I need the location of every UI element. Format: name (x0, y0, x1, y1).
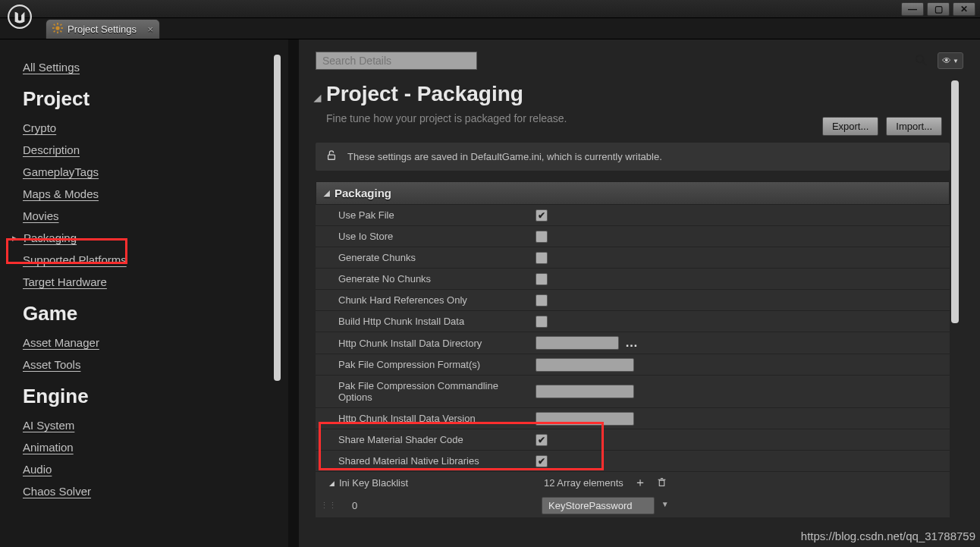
unlock-icon (326, 150, 337, 163)
search-input[interactable] (316, 52, 477, 70)
sidebar-scrollbar[interactable] (274, 55, 281, 381)
tab-close-icon[interactable]: × (147, 24, 153, 35)
property-label: Pak File Compression Commandline Options (316, 376, 529, 407)
section-header-packaging[interactable]: ◢ Packaging (316, 181, 950, 205)
sidebar-item-gameplaytags[interactable]: GameplayTags (23, 161, 99, 183)
watermark-text: https://blog.csdn.net/qq_31788759 (801, 530, 975, 542)
sidebar-item-audio[interactable]: Audio (23, 458, 52, 480)
tab-project-settings[interactable]: Project Settings × (46, 19, 160, 39)
eye-icon: 👁 (942, 55, 951, 66)
property-row: Use Io Store (316, 226, 950, 247)
checkbox[interactable] (536, 273, 548, 285)
text-input[interactable] (536, 336, 619, 350)
browse-button[interactable]: … (625, 335, 639, 351)
sidebar-item-chaos-solver[interactable]: Chaos Solver (23, 480, 91, 502)
svg-line-8 (61, 24, 62, 26)
sidebar-group-project: Project (23, 87, 281, 111)
property-value: ✔ (529, 206, 950, 225)
info-text: These settings are saved in DefaultGame.… (347, 151, 662, 162)
page-title-text: Project - Packaging (326, 82, 523, 105)
property-value (529, 313, 950, 331)
property-row: Generate Chunks (316, 247, 950, 269)
sidebar-item-movies[interactable]: Movies (23, 205, 59, 227)
checkbox[interactable] (536, 316, 548, 328)
text-input[interactable] (536, 385, 634, 398)
sidebar-item-animation[interactable]: Animation (23, 436, 74, 458)
property-label: Chunk Hard References Only (316, 290, 529, 310)
sidebar-item-crypto[interactable]: Crypto (23, 117, 56, 139)
caret-down-icon: ◢ (324, 189, 330, 197)
caret-down-icon: ◢ (329, 479, 335, 487)
collapse-caret-icon[interactable]: ◢ (314, 93, 321, 103)
sidebar: All Settings Project Crypto Description … (0, 39, 288, 547)
property-row: Http Chunk Install Data Directory… (316, 332, 950, 354)
svg-point-1 (55, 26, 59, 30)
svg-rect-13 (659, 480, 664, 486)
property-value (529, 382, 950, 401)
array-count: 12 Array elements (544, 477, 623, 489)
tabbar: Project Settings × (0, 18, 980, 39)
clear-array-icon[interactable] (657, 476, 667, 490)
sidebar-item-description[interactable]: Description (23, 139, 80, 161)
checkbox[interactable]: ✔ (536, 209, 548, 222)
checkbox[interactable] (536, 252, 548, 264)
sidebar-item-asset-manager[interactable]: Asset Manager (23, 332, 99, 354)
property-label: Generate Chunks (316, 247, 529, 268)
svg-point-0 (8, 5, 31, 28)
sidebar-all-settings[interactable]: All Settings (23, 56, 80, 78)
svg-line-7 (61, 31, 62, 33)
property-label: Http Chunk Install Data Directory (316, 333, 529, 354)
property-value (529, 228, 950, 246)
pane-divider[interactable] (288, 39, 299, 547)
drag-handle-icon[interactable]: ⋮⋮ (316, 501, 341, 511)
text-input[interactable] (536, 358, 634, 372)
maximize-button[interactable]: ▢ (927, 2, 950, 16)
sidebar-item-ai-system[interactable]: AI System (23, 414, 74, 436)
app-logo-icon (5, 2, 35, 32)
property-row: Generate No Chunks (316, 269, 950, 290)
checkbox[interactable] (536, 231, 548, 243)
annotation-highlight (6, 238, 127, 264)
svg-line-11 (922, 61, 926, 65)
array-index: 0 (341, 495, 536, 516)
property-value (529, 249, 950, 267)
titlebar: — ▢ ✕ (0, 0, 980, 18)
section-title: Packaging (335, 187, 391, 200)
annotation-highlight (319, 422, 604, 470)
close-button[interactable]: ✕ (953, 2, 975, 16)
property-label: Generate No Chunks (316, 269, 529, 289)
property-row: Pak File Compression Commandline Options (316, 376, 950, 408)
array-header-ini-blacklist[interactable]: ◢ Ini Key Blacklist 12 Array elements ＋ (316, 472, 950, 494)
chevron-down-icon: ▼ (953, 58, 959, 64)
search-icon[interactable] (916, 55, 927, 68)
sidebar-item-maps-modes[interactable]: Maps & Modes (23, 183, 99, 205)
gear-icon (52, 23, 63, 36)
property-label: Build Http Chunk Install Data (316, 311, 529, 332)
sidebar-group-game: Game (23, 302, 281, 325)
checkbox[interactable] (536, 294, 548, 307)
import-button[interactable]: Import... (886, 117, 942, 136)
array-label: Ini Key Blacklist (339, 473, 538, 493)
dropdown-value: KeyStorePassword (548, 500, 633, 511)
property-value (529, 291, 950, 310)
sidebar-item-asset-tools[interactable]: Asset Tools (23, 354, 80, 376)
property-row: Build Http Chunk Install Data (316, 311, 950, 332)
property-label: Use Io Store (316, 226, 529, 247)
property-row: Pak File Compression Format(s) (316, 354, 950, 376)
add-element-icon[interactable]: ＋ (634, 475, 646, 491)
export-button[interactable]: Export... (822, 117, 878, 136)
content-scrollbar[interactable] (951, 80, 959, 323)
svg-point-10 (916, 55, 923, 62)
property-value (529, 355, 950, 375)
property-row: Use Pak File✔ (316, 205, 950, 226)
property-value: … (529, 332, 950, 354)
sidebar-group-engine: Engine (23, 385, 281, 408)
svg-line-6 (54, 24, 55, 26)
view-options-button[interactable]: 👁 ▼ (938, 52, 963, 69)
content-pane: 👁 ▼ ◢ Project - Packaging Fine tune how … (299, 39, 980, 547)
page-title: ◢ Project - Packaging (326, 82, 963, 106)
array-element-row: ⋮⋮ 0 KeyStorePassword ▼ (316, 494, 950, 518)
sidebar-item-target-hardware[interactable]: Target Hardware (23, 271, 107, 293)
array-element-dropdown[interactable]: KeyStorePassword ▼ (542, 497, 655, 514)
minimize-button[interactable]: — (901, 2, 924, 16)
